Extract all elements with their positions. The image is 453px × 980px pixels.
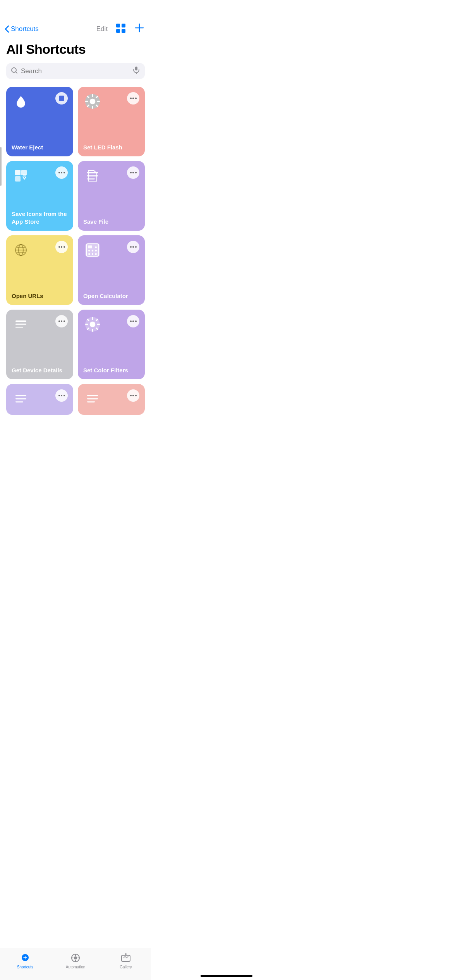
more-options-button[interactable] <box>127 241 139 253</box>
shortcut-label-set-led-flash: Set LED Flash <box>83 144 139 151</box>
three-dots-icon <box>130 395 137 396</box>
card-top <box>83 389 139 408</box>
shortcut-card-set-color-filters[interactable]: Set Color Filters <box>78 310 145 379</box>
three-dots-icon <box>130 98 137 99</box>
scroll-indicator <box>0 147 2 186</box>
svg-rect-27 <box>15 327 23 328</box>
three-dots-icon <box>58 395 65 396</box>
svg-point-23 <box>95 253 97 255</box>
water-eject-icon <box>12 92 30 111</box>
svg-rect-17 <box>88 245 92 248</box>
nav-bar: Shortcuts Edit <box>0 19 151 39</box>
svg-point-22 <box>92 253 93 255</box>
svg-rect-30 <box>15 398 26 399</box>
svg-point-10 <box>23 174 26 177</box>
shortcut-label-save-icons: Save Icons from the App Store <box>12 210 68 225</box>
svg-point-24 <box>95 247 97 248</box>
card-top <box>12 241 68 259</box>
svg-rect-0 <box>116 24 120 27</box>
svg-rect-12 <box>87 175 98 176</box>
card-top <box>12 166 68 185</box>
three-dots-icon <box>58 246 65 248</box>
get-device-details-icon <box>12 315 30 334</box>
svg-rect-25 <box>15 320 26 322</box>
svg-point-28 <box>90 322 96 327</box>
stop-button[interactable] <box>55 92 68 105</box>
more-options-button[interactable] <box>55 315 68 327</box>
svg-rect-34 <box>87 401 95 403</box>
microphone-icon[interactable] <box>132 66 140 76</box>
three-dots-icon <box>58 320 65 322</box>
shortcut-card-9[interactable] <box>6 384 73 415</box>
shortcut-label-get-device-details: Get Device Details <box>12 367 68 374</box>
svg-point-19 <box>92 250 93 251</box>
svg-rect-3 <box>122 29 125 33</box>
back-button[interactable]: Shortcuts <box>5 25 39 33</box>
set-color-filters-icon <box>83 315 102 334</box>
status-bar <box>0 0 151 19</box>
search-input[interactable] <box>21 67 129 75</box>
shortcut-card-get-device-details[interactable]: Get Device Details <box>6 310 73 379</box>
more-options-button[interactable] <box>127 92 139 105</box>
three-dots-icon <box>130 172 137 173</box>
shortcuts-grid: Water Eject Set LED Flash <box>0 85 151 421</box>
svg-rect-1 <box>122 24 125 27</box>
shortcut-card-10[interactable] <box>78 384 145 415</box>
shortcut-card-open-urls[interactable]: Open URLs <box>6 235 73 305</box>
shortcut-card-set-led-flash[interactable]: Set LED Flash <box>78 87 145 156</box>
svg-point-6 <box>90 99 96 105</box>
save-file-icon <box>83 166 102 185</box>
shortcut-card-open-calculator[interactable]: Open Calculator <box>78 235 145 305</box>
shortcut-9-icon <box>12 389 30 408</box>
svg-point-18 <box>88 250 90 251</box>
more-options-button[interactable] <box>55 389 68 402</box>
shortcut-label-water-eject: Water Eject <box>12 144 68 151</box>
more-options-button[interactable] <box>127 315 139 327</box>
stop-icon <box>59 96 64 101</box>
shortcut-label-set-color-filters: Set Color Filters <box>83 367 139 374</box>
more-options-button[interactable] <box>127 389 139 402</box>
svg-rect-26 <box>15 324 26 325</box>
open-calculator-icon <box>83 241 102 259</box>
svg-point-21 <box>88 253 90 255</box>
svg-rect-33 <box>87 398 98 399</box>
grid-view-button[interactable] <box>115 23 126 35</box>
search-bar[interactable] <box>6 63 145 79</box>
svg-rect-8 <box>15 176 21 182</box>
grid-icon <box>115 23 126 34</box>
three-dots-icon <box>130 246 137 248</box>
back-label: Shortcuts <box>11 25 39 33</box>
edit-button[interactable]: Edit <box>96 25 108 33</box>
open-urls-icon <box>12 241 30 259</box>
more-options-button[interactable] <box>55 241 68 253</box>
shortcut-card-water-eject[interactable]: Water Eject <box>6 87 73 156</box>
svg-point-4 <box>12 68 16 72</box>
page-title: All Shortcuts <box>0 39 151 63</box>
shortcut-10-icon <box>83 389 102 408</box>
svg-rect-5 <box>135 67 137 70</box>
chevron-left-icon <box>5 25 9 33</box>
shortcut-label-open-calculator: Open Calculator <box>83 292 139 300</box>
card-top <box>83 92 139 111</box>
nav-actions: Edit <box>96 22 145 36</box>
svg-rect-29 <box>15 395 26 396</box>
search-icon <box>11 67 18 75</box>
shortcut-card-save-icons[interactable]: Save Icons from the App Store <box>6 161 73 231</box>
more-options-button[interactable] <box>127 166 139 179</box>
three-dots-icon <box>130 320 137 322</box>
card-top <box>12 315 68 334</box>
card-top <box>83 166 139 185</box>
shortcut-card-save-file[interactable]: Save File <box>78 161 145 231</box>
save-icons-icon <box>12 166 30 185</box>
shortcut-label-save-file: Save File <box>83 218 139 226</box>
card-top <box>83 241 139 259</box>
more-options-button[interactable] <box>55 166 68 179</box>
plus-icon <box>134 22 145 33</box>
svg-rect-31 <box>15 401 23 403</box>
shortcut-label-open-urls: Open URLs <box>12 292 68 300</box>
set-led-icon <box>83 92 102 111</box>
three-dots-icon <box>58 172 65 173</box>
add-shortcut-button[interactable] <box>134 22 145 36</box>
svg-point-20 <box>95 250 97 251</box>
card-top <box>12 92 68 111</box>
